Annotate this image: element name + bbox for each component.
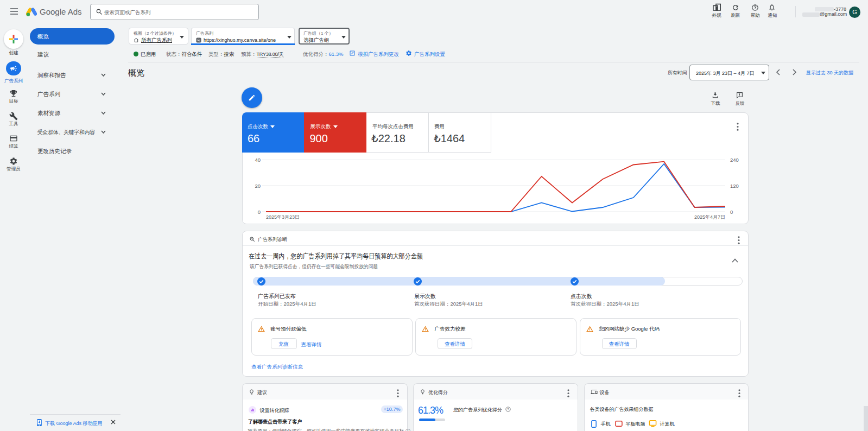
svg-text:120: 120 <box>730 183 739 189</box>
svg-text:0: 0 <box>730 209 733 215</box>
svg-text:?: ? <box>507 408 509 411</box>
svg-text:2025年3月23日: 2025年3月23日 <box>266 214 300 220</box>
svg-text:240: 240 <box>730 157 739 163</box>
svg-text:40: 40 <box>255 157 261 163</box>
svg-text:20: 20 <box>255 183 261 189</box>
svg-text:2025年4月7日: 2025年4月7日 <box>694 214 725 220</box>
svg-text:0: 0 <box>258 209 261 215</box>
